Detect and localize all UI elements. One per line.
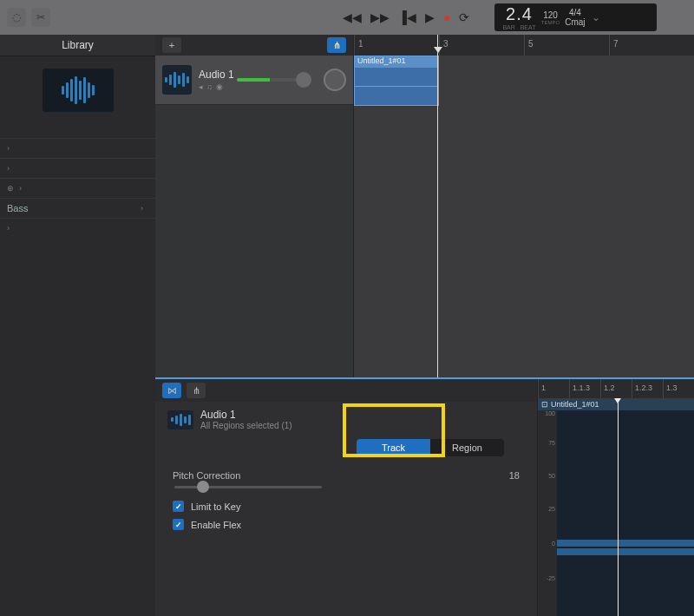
volume-slider[interactable] [237,78,298,82]
tool-icon[interactable]: ⋔ [187,383,206,398]
list-item[interactable]: ⊕› [0,178,155,198]
waveform-icon [162,65,192,95]
settings-icon[interactable]: ◌ [7,8,26,27]
scissors-icon[interactable]: ✂ [31,8,50,27]
waveform-editor[interactable]: 11.1.31.21.2.31.3 ⊡Untitled_1#01 100 75 … [537,379,694,616]
mute-icon[interactable]: ◂ [199,82,203,91]
tab-region[interactable]: Region [430,439,504,456]
plus-icon: ⊕ [7,184,14,193]
flex-view-icon[interactable]: ⋈ [162,383,181,398]
list-item[interactable]: › [0,138,155,158]
audio-editor: ⋈ ⋔ Audio 1 All Regions selected (1) Tra… [155,377,694,616]
enable-flex-checkbox[interactable]: ✓Enable Flex [173,519,520,530]
add-track-button[interactable]: + [162,37,181,53]
list-item[interactable]: › [0,218,155,238]
headphones-icon[interactable]: ♫ [206,82,213,91]
limit-to-key-checkbox[interactable]: ✓Limit to Key [173,501,520,512]
chevron-right-icon: › [7,164,10,173]
fast-forward-icon[interactable]: ▶▶ [370,10,390,24]
library-patch-thumb[interactable] [43,69,114,112]
record-icon[interactable]: ● [443,10,450,24]
cycle-icon[interactable]: ⟳ [459,10,469,24]
editor-selection-info: All Regions selected (1) [200,421,292,430]
input-icon[interactable]: ◉ [216,82,223,91]
arrange-area[interactable]: 1357 Untitled_1#01 [353,35,694,377]
check-icon: ✓ [173,501,184,512]
lcd-display[interactable]: 2.4BAR BEAT 120TEMPO 4/4Cmaj ⌄ [494,3,657,31]
chevron-right-icon: › [7,224,10,233]
chevron-right-icon: › [141,204,143,213]
editor-ruler[interactable]: 11.1.31.21.2.31.3 [538,379,694,398]
chevron-right-icon: › [7,144,10,153]
go-to-start-icon[interactable]: ▐◀ [398,10,416,24]
check-icon: ✓ [173,519,184,530]
flex-icon: ⊡ [541,400,548,409]
volume-knob[interactable] [296,72,311,88]
automation-icon[interactable]: ⋔ [327,37,346,53]
library-header: Library [0,35,155,56]
play-icon[interactable]: ▶ [425,10,435,24]
pan-knob[interactable] [324,69,346,91]
waveform-icon [167,410,193,429]
list-item[interactable]: Bass› [0,198,155,218]
library-list: › › ⊕› Bass› › [0,138,155,238]
tab-track[interactable]: Track [357,439,430,456]
pitch-correction-label: Pitch Correction [173,470,240,481]
track-row[interactable]: Audio 1 ◂♫◉ [155,56,353,105]
chevron-right-icon: › [19,184,22,193]
transport-controls: ◀◀ ▶▶ ▐◀ ▶ ● ⟳ [343,10,469,24]
waveform-icon [62,76,95,104]
audio-region[interactable]: Untitled_1#01 [354,56,439,106]
timeline-ruler[interactable]: 1357 [354,35,694,56]
playhead[interactable] [437,35,438,377]
list-item[interactable]: › [0,158,155,178]
library-panel: Library › › ⊕› Bass› › [0,35,155,616]
track-list: + ⋔ Audio 1 ◂♫◉ [155,35,353,377]
pitch-correction-value: 18 [509,470,520,481]
region-name: Untitled_1#01 [355,56,438,68]
editor-playhead[interactable] [618,398,619,616]
track-name: Audio 1 [199,69,237,81]
waveform-display [557,540,694,555]
rewind-icon[interactable]: ◀◀ [343,10,362,24]
editor-tabs: Track Region [357,439,504,456]
pitch-correction-slider[interactable] [174,486,322,488]
editor-track-name: Audio 1 [200,409,292,421]
amplitude-axis: 100 75 50 25 0 -25 [538,410,557,616]
chevron-down-icon[interactable]: ⌄ [592,11,600,23]
main-toolbar: ◌ ✂ ◀◀ ▶▶ ▐◀ ▶ ● ⟳ 2.4BAR BEAT 120TEMPO … [0,0,694,35]
